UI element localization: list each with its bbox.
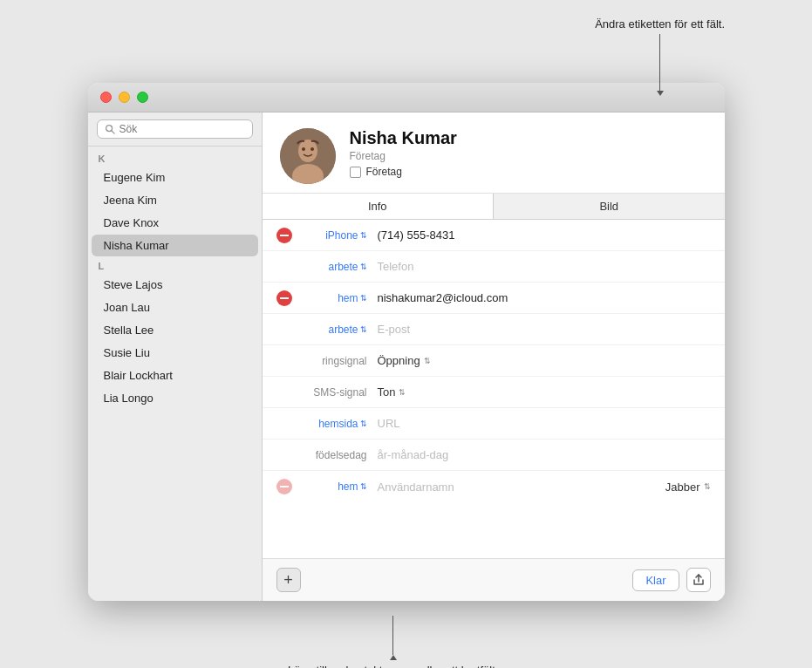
minus-button-jabber[interactable] xyxy=(276,479,292,494)
jabber-select[interactable]: Jabber ⇅ xyxy=(665,481,711,494)
contact-item[interactable]: Lia Longo xyxy=(92,387,258,409)
field-row-ringsignal: ringsignal Öppning ⇅ xyxy=(263,345,725,377)
field-value-email[interactable]: nishakumar2@icloud.com xyxy=(378,291,711,304)
bottom-annotation-line xyxy=(392,616,393,655)
jabber-select-value: Jabber xyxy=(665,481,700,494)
top-annotation-arrowhead xyxy=(657,91,664,96)
minimize-button[interactable] xyxy=(119,92,130,103)
field-label-sms: SMS-signal xyxy=(297,386,367,399)
contact-item[interactable]: Joan Lau xyxy=(92,297,258,318)
bottom-annotation-arrowhead xyxy=(390,655,397,660)
field-label-hem-email[interactable]: hem ⇅ xyxy=(297,292,367,304)
company-checkbox-label: Företag xyxy=(366,166,402,178)
field-label-hemsida[interactable]: hemsida ⇅ xyxy=(297,418,367,430)
field-row-hemsida: hemsida ⇅ URL xyxy=(263,408,725,440)
sms-select-chevron-icon: ⇅ xyxy=(399,388,406,397)
field-value-ringsignal[interactable]: Öppning ⇅ xyxy=(378,354,711,367)
svg-point-5 xyxy=(302,147,305,151)
field-label-iphone[interactable]: iPhone ⇅ xyxy=(297,229,367,242)
field-value-anvandarnamn[interactable]: Användarnamn xyxy=(378,481,662,494)
field-value-epost[interactable]: E-post xyxy=(378,323,711,336)
field-label-hem-jabber[interactable]: hem ⇅ xyxy=(297,481,367,493)
contact-item[interactable]: Steve Lajos xyxy=(92,274,258,296)
field-value-iphone[interactable]: (714) 555-8431 xyxy=(378,228,711,242)
close-button[interactable] xyxy=(100,92,112,103)
search-input[interactable] xyxy=(119,123,245,135)
field-value-url[interactable]: URL xyxy=(378,417,711,430)
contact-item-selected[interactable]: Nisha Kumar xyxy=(92,235,258,256)
field-row-sms: SMS-signal Ton ⇅ xyxy=(263,377,725,408)
jabber-chevron-icon: ⇅ xyxy=(704,482,711,491)
search-icon xyxy=(105,124,115,134)
app-body: K Eugene Kim Jeena Kim Dave Knox Nisha K… xyxy=(88,112,725,601)
field-label-ringsignal: ringsignal xyxy=(297,355,367,367)
tab-bild[interactable]: Bild xyxy=(494,194,725,219)
sidebar: K Eugene Kim Jeena Kim Dave Knox Nisha K… xyxy=(88,112,263,601)
arbete2-chevron-icon: ⇅ xyxy=(360,325,367,334)
share-button[interactable] xyxy=(686,568,711,592)
svg-point-3 xyxy=(298,140,317,162)
contact-item[interactable]: Susie Liu xyxy=(92,342,258,364)
field-label-fodelsedag: födelsedag xyxy=(297,449,367,461)
field-value-sms[interactable]: Ton ⇅ xyxy=(378,385,711,399)
contact-name: Nisha Kumar xyxy=(350,128,707,148)
field-value-telefon[interactable]: Telefon xyxy=(378,260,711,273)
field-row-email: hem ⇅ nishakumar2@icloud.com xyxy=(263,283,725,314)
hemsida-label-text: hemsida xyxy=(318,418,358,430)
section-header-l: L xyxy=(88,257,262,273)
contact-item[interactable]: Dave Knox xyxy=(92,212,258,234)
field-label-arbete2[interactable]: arbete ⇅ xyxy=(297,324,367,336)
contact-company-label: Företag xyxy=(350,150,707,162)
field-row-arbete-phone: arbete ⇅ Telefon xyxy=(263,251,725,283)
contact-header: Nisha Kumar Företag Företag xyxy=(263,112,725,194)
field-row-iphone: iPhone ⇅ (714) 555-8431 xyxy=(263,220,725,251)
field-row-fodelsedag: födelsedag år-månad-dag xyxy=(263,440,725,471)
hem-email-chevron-icon: ⇅ xyxy=(360,294,367,303)
field-label-arbete1[interactable]: arbete ⇅ xyxy=(297,261,367,273)
bottom-annotation-text: Lägg till en kontakt, grupp eller ett ko… xyxy=(288,664,498,668)
contact-item[interactable]: Jeena Kim xyxy=(92,189,258,211)
arbete2-label-text: arbete xyxy=(328,324,358,336)
hem-jabber-label-text: hem xyxy=(338,481,358,493)
maximize-button[interactable] xyxy=(137,92,148,103)
tabs-bar: Info Bild xyxy=(263,194,725,220)
svg-line-1 xyxy=(111,131,113,133)
sms-label-text: SMS-signal xyxy=(313,386,366,399)
bottom-bar: + Klar xyxy=(263,558,725,601)
add-button[interactable]: + xyxy=(276,568,301,592)
svg-point-6 xyxy=(310,147,314,151)
search-wrapper[interactable] xyxy=(97,119,253,139)
fields-area: iPhone ⇅ (714) 555-8431 arbete ⇅ Telefon xyxy=(263,220,725,558)
ringsignal-select-chevron-icon: ⇅ xyxy=(424,357,431,365)
contact-name-area: Nisha Kumar Företag Företag xyxy=(350,128,707,178)
minus-button-email[interactable] xyxy=(276,290,292,306)
ringsignal-label-text: ringsignal xyxy=(322,355,366,367)
fodelsedag-label-text: födelsedag xyxy=(316,449,367,461)
minus-button-iphone[interactable] xyxy=(276,228,292,243)
field-value-fodelsedag[interactable]: år-månad-dag xyxy=(378,448,711,461)
company-checkbox[interactable] xyxy=(350,167,361,178)
sms-select-value: Ton xyxy=(378,385,396,399)
avatar xyxy=(280,128,336,184)
top-annotation-line xyxy=(659,34,660,91)
section-header-k: K xyxy=(88,150,262,166)
screenshot-wrapper: Ändra etiketten för ett fält. xyxy=(17,17,795,668)
contact-item[interactable]: Blair Lockhart xyxy=(92,365,258,386)
main-content: Nisha Kumar Företag Företag Info Bild xyxy=(263,112,725,601)
iphone-chevron-icon: ⇅ xyxy=(360,231,367,240)
bottom-right: Klar xyxy=(632,568,710,592)
hemsida-chevron-icon: ⇅ xyxy=(360,419,367,428)
tab-info[interactable]: Info xyxy=(263,194,495,219)
top-annotation-area: Ändra etiketten för ett fält. xyxy=(595,17,725,96)
arbete-chevron-icon: ⇅ xyxy=(360,262,367,271)
top-annotation-text: Ändra etiketten för ett fält. xyxy=(595,17,725,31)
contact-list: K Eugene Kim Jeena Kim Dave Knox Nisha K… xyxy=(88,147,262,601)
done-button[interactable]: Klar xyxy=(632,569,679,591)
ringsignal-select-value: Öppning xyxy=(378,354,420,367)
search-bar xyxy=(88,112,262,147)
iphone-label-text: iPhone xyxy=(325,229,358,242)
contact-item[interactable]: Eugene Kim xyxy=(92,167,258,188)
contact-item[interactable]: Stella Lee xyxy=(92,319,258,341)
arbete-label-text: arbete xyxy=(328,261,358,273)
avatar-image xyxy=(280,128,336,184)
